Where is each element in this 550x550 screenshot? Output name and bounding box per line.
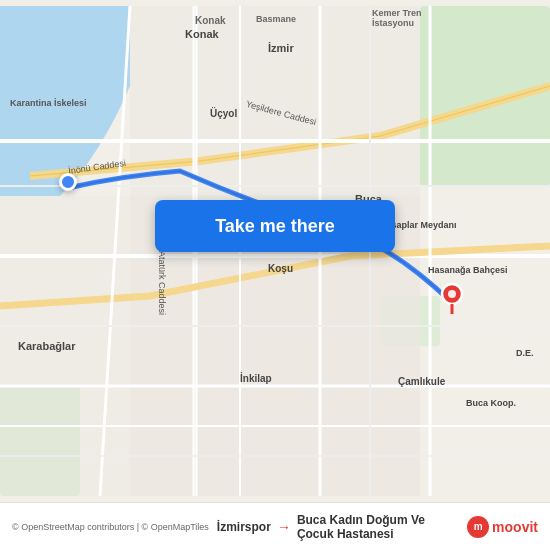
app: Konak Konak İzmir Buca Karabağlar Üçyol … <box>0 0 550 550</box>
moovit-icon: m <box>467 516 489 538</box>
moovit-logo: m moovit <box>467 516 538 538</box>
label-de: D.E. <box>516 348 534 358</box>
bottom-bar: © OpenStreetMap contributors | © OpenMap… <box>0 502 550 550</box>
road-label-ataturk: Atatürk Caddesi <box>157 251 167 315</box>
map-attribution: © OpenStreetMap contributors | © OpenMap… <box>12 522 209 532</box>
label-karantina: Karantina İskelesi <box>10 98 87 108</box>
label-kemer-tren: Kemer Trenİstasyonu <box>372 8 422 28</box>
label-ucyol: Üçyol <box>210 108 237 119</box>
moovit-text: moovit <box>492 519 538 535</box>
label-inkilap: İnkilap <box>240 373 272 384</box>
label-hasanaga: Hasanağa Bahçesi <box>428 265 508 275</box>
route-destination: Buca Kadın Doğum Ve Çocuk Hastanesi <box>297 513 459 541</box>
destination-marker <box>440 282 464 314</box>
svg-point-20 <box>448 290 456 298</box>
svg-rect-0 <box>420 6 550 186</box>
label-konak: Konak <box>185 28 219 40</box>
origin-marker <box>59 173 77 191</box>
route-origin: İzmirspor <box>217 520 271 534</box>
label-camlıkule: Çamlıkule <box>398 376 445 387</box>
label-kosu: Koşu <box>268 263 293 274</box>
label-buca-koop: Buca Koop. <box>466 398 516 408</box>
label-izmir: İzmir <box>268 42 294 54</box>
label-konak-sub: Konak <box>195 15 226 26</box>
label-karabaglar: Karabağlar <box>18 340 75 352</box>
map-container[interactable]: Konak Konak İzmir Buca Karabağlar Üçyol … <box>0 0 550 502</box>
cta-button-label: Take me there <box>215 216 335 237</box>
label-basmane: Basmane <box>256 14 296 24</box>
take-me-there-button[interactable]: Take me there <box>155 200 395 252</box>
route-info: İzmirspor → Buca Kadın Doğum Ve Çocuk Ha… <box>217 513 459 541</box>
route-arrow: → <box>277 519 291 535</box>
